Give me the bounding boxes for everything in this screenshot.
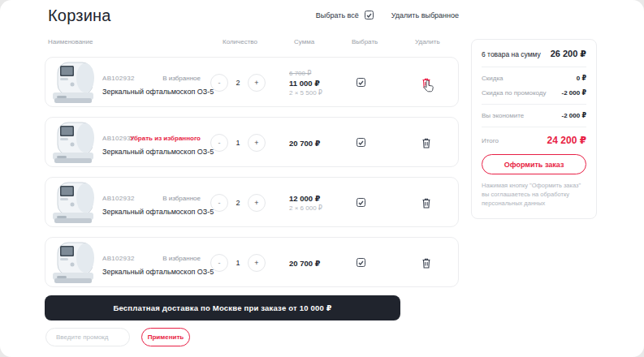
quantity-value: 1 [228,134,248,152]
column-delete: Удалить [415,38,440,45]
trash-icon [422,198,430,209]
cart-item-row: AB102932 В избранное Зеркальный офтальмо… [45,237,459,287]
discount-label: Скидка [482,75,504,82]
quantity-value: 2 [228,74,248,92]
quantity-decrease-button[interactable]: - [210,74,228,92]
order-summary: 6 товара на сумму 26 200 ₽ Скидка 0 ₽ Ск… [471,39,597,219]
quantity-decrease-button[interactable]: - [210,194,228,212]
quantity-stepper: - 1 + [210,134,266,152]
cart-item-row: AB102932 В избранное Зеркальный офтальмо… [45,57,459,107]
delete-item-button[interactable] [422,137,430,152]
item-name: Зеркальный офтальмоскоп ОЗ-5 [102,208,214,216]
select-all-label: Выбрать всё [316,11,359,19]
item-select-checkbox[interactable] [357,78,365,87]
quantity-increase-button[interactable]: + [248,194,266,212]
favorite-toggle[interactable]: В избранное [102,255,201,262]
column-quantity: Количество [223,38,257,45]
trash-icon [422,138,430,148]
delete-item-button[interactable] [422,197,430,212]
discount-value: 0 ₽ [577,75,586,82]
price-block: 20 700 ₽ [289,238,354,288]
quantity-increase-button[interactable]: + [248,74,266,92]
checkout-button[interactable]: Оформить заказ [482,154,586,174]
item-name: Зеркальный офтальмоскоп ОЗ-5 [102,88,214,96]
item-price: 11 000 ₽ [289,79,354,88]
summary-total-row: Итого 24 200 ₽ [482,135,586,146]
check-icon [358,200,364,205]
item-price: 12 000 ₽ [289,194,354,203]
checkout-disclaimer: Нажимая кнопку "Оформить заказ" вы согла… [482,182,586,209]
savings-label: Вы экономите [482,112,524,119]
cart-item-row: AB102932 Убрать из избранного Зеркальный… [45,117,459,167]
summary-divider [482,104,586,105]
check-icon [358,260,364,265]
trash-icon [422,258,430,269]
favorite-toggle[interactable]: В избранное [102,75,201,82]
product-image [50,60,97,105]
savings-value: -2 000 ₽ [562,112,586,119]
promo-discount-value: -2 000 ₽ [562,89,586,97]
summary-divider [482,127,586,127]
total-value: 24 200 ₽ [547,135,586,146]
summary-count-total: 26 200 ₽ [551,49,586,59]
top-controls: Выбрать всё Удалить выбранное [316,11,459,19]
check-icon [358,80,364,85]
favorite-toggle[interactable]: В избранное [102,195,201,202]
price-block: 20 700 ₽ [289,118,354,168]
quantity-stepper: - 1 + [210,254,266,272]
check-icon [366,13,372,18]
cart-items: AB102932 В избранное Зеркальный офтальмо… [45,57,459,287]
product-image [50,180,97,226]
item-name: Зеркальный офтальмоскоп ОЗ-5 [102,268,214,276]
quantity-decrease-button[interactable]: - [210,254,228,272]
delete-item-button[interactable] [422,77,430,92]
item-price-detail: 2 × 6 000 ₽ [289,204,354,212]
item-select-checkbox[interactable] [357,198,365,207]
delete-item-button[interactable] [422,257,430,272]
cart-page: Корзина Выбрать всё Удалить выбранное На… [0,0,644,357]
column-name: Наименование [48,38,93,45]
trash-icon [422,78,430,88]
product-image [50,120,97,166]
quantity-stepper: - 2 + [210,74,266,92]
item-price: 20 700 ₽ [289,139,354,148]
total-label: Итого [482,137,499,144]
apply-promo-button[interactable]: Применить [141,328,190,346]
column-select: Выбрать [352,38,378,45]
price-block: 6 700 ₽ 11 000 ₽ 2 × 5 500 ₽ [289,58,354,108]
summary-discount-row: Скидка 0 ₽ [482,75,586,82]
promo-code-input[interactable] [45,328,130,346]
quantity-value: 1 [228,254,248,272]
summary-savings-row: Вы экономите -2 000 ₽ [482,112,586,119]
quantity-decrease-button[interactable]: - [210,134,228,152]
item-price-detail: 2 × 5 500 ₽ [289,89,354,97]
favorite-toggle[interactable]: Убрать из избранного [102,135,201,142]
column-sum: Сумма [294,38,314,45]
product-image [50,240,97,286]
price-block: 12 000 ₽ 2 × 6 000 ₽ [289,178,354,228]
quantity-increase-button[interactable]: + [248,254,266,272]
quantity-value: 2 [228,194,248,212]
quantity-stepper: - 2 + [210,194,266,212]
banner-text: Бесплатная доставка по Москве при заказе… [113,303,331,312]
summary-promo-discount-row: Скидка по промокоду -2 000 ₽ [482,89,586,97]
page-title: Корзина [48,6,111,25]
item-select-checkbox[interactable] [357,138,365,147]
cart-item-row: AB102932 В избранное Зеркальный офтальмо… [45,177,459,227]
select-all-control[interactable]: Выбрать всё [316,11,374,19]
free-delivery-banner: Бесплатная доставка по Москве при заказе… [45,295,400,320]
item-old-price: 6 700 ₽ [289,70,354,77]
item-price: 20 700 ₽ [289,259,354,268]
quantity-increase-button[interactable]: + [248,134,266,152]
item-select-checkbox[interactable] [357,258,365,267]
delete-selected-button[interactable]: Удалить выбранное [391,11,459,19]
item-name: Зеркальный офтальмоскоп ОЗ-5 [102,148,214,156]
summary-count-row: 6 товара на сумму 26 200 ₽ [482,49,586,67]
check-icon [358,140,364,145]
promo-discount-label: Скидка по промокоду [482,89,546,97]
select-all-checkbox[interactable] [365,11,374,19]
summary-count-label: 6 товара на сумму [482,50,541,58]
